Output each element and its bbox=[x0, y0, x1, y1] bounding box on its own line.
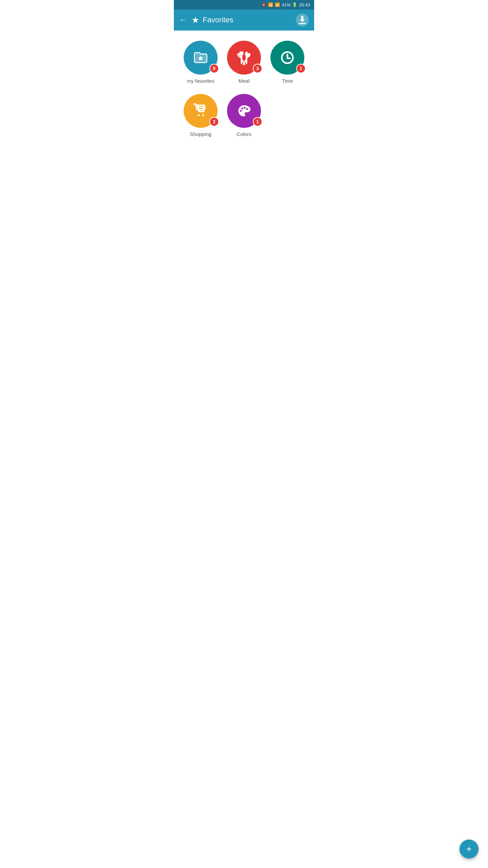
svg-point-17 bbox=[202, 114, 204, 116]
badge-meal: 3 bbox=[253, 64, 262, 73]
palette-icon bbox=[237, 103, 251, 118]
grid-item-meal[interactable]: 3 Meal bbox=[224, 41, 264, 84]
circle-wrapper-meal: 3 bbox=[227, 41, 261, 75]
folder-star-icon bbox=[193, 50, 208, 65]
label-colors: Colors bbox=[237, 131, 251, 137]
download-icon bbox=[296, 14, 308, 26]
badge-my-favorites: 9 bbox=[209, 64, 219, 73]
svg-line-12 bbox=[243, 57, 247, 65]
badge-time: 1 bbox=[296, 64, 306, 73]
wifi-icon: 📶 bbox=[268, 2, 273, 7]
grid-item-my-favorites[interactable]: 9 my favorites bbox=[181, 41, 221, 84]
time-text: 20:43 bbox=[299, 2, 310, 7]
circle-wrapper-shopping: 2 bbox=[184, 94, 218, 128]
battery-text: 41% bbox=[282, 2, 290, 7]
svg-point-20 bbox=[244, 107, 246, 109]
status-icons: 🔇 📶 📶 41% 🔋 20:43 bbox=[261, 2, 310, 7]
mute-icon: 🔇 bbox=[261, 2, 266, 7]
label-my-favorites: my favorites bbox=[187, 78, 215, 84]
battery-icon: 🔋 bbox=[292, 2, 297, 7]
label-time: Time bbox=[282, 78, 293, 84]
signal-icon: 📶 bbox=[275, 2, 280, 7]
page-title: Favorites bbox=[203, 16, 233, 24]
label-shopping: Shopping bbox=[190, 131, 211, 137]
cart-icon bbox=[193, 103, 208, 118]
clock-icon bbox=[280, 50, 295, 65]
circle-wrapper-time: 1 bbox=[270, 41, 304, 75]
circle-wrapper-my-favorites: 9 bbox=[184, 41, 218, 75]
download-button[interactable] bbox=[296, 14, 309, 26]
app-bar-left: ← ★ Favorites bbox=[179, 15, 233, 25]
circle-wrapper-colors: 1 bbox=[227, 94, 261, 128]
back-button[interactable]: ← bbox=[179, 16, 187, 24]
favorites-grid: 9 my favorites bbox=[174, 31, 314, 147]
label-meal: Meal bbox=[239, 78, 250, 84]
svg-point-21 bbox=[246, 108, 248, 110]
status-bar: 🔇 📶 📶 41% 🔋 20:43 bbox=[174, 0, 314, 9]
svg-point-16 bbox=[198, 114, 200, 116]
app-bar-title-group: ★ Favorites bbox=[191, 15, 233, 25]
app-bar: ← ★ Favorites bbox=[174, 9, 314, 31]
cutlery-cross-icon bbox=[236, 49, 252, 66]
grid-item-shopping[interactable]: 2 Shopping bbox=[181, 94, 221, 137]
badge-shopping: 2 bbox=[209, 117, 219, 126]
badge-colors: 1 bbox=[253, 117, 262, 126]
grid-item-time[interactable]: 1 Time bbox=[267, 41, 307, 84]
favorites-star-icon: ★ bbox=[191, 15, 199, 25]
grid-item-colors[interactable]: 1 Colors bbox=[224, 94, 264, 137]
svg-point-18 bbox=[240, 110, 242, 112]
svg-point-19 bbox=[241, 107, 243, 110]
